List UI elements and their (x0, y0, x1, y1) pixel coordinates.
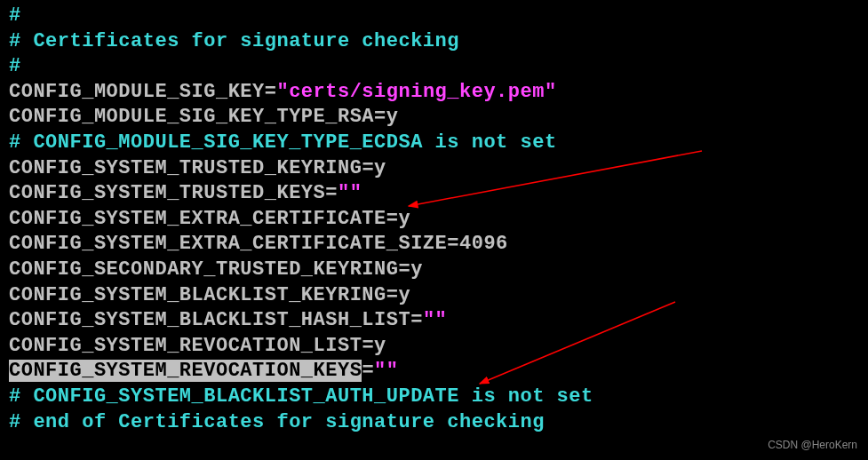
config-key: CONFIG_SYSTEM_TRUSTED_KEYRING (9, 157, 362, 179)
config-value: y (398, 208, 410, 230)
comment-text: # (9, 4, 21, 27)
equals-sign: = (386, 208, 399, 230)
config-line: CONFIG_SYSTEM_TRUSTED_KEYS="" (9, 181, 859, 207)
config-key: CONFIG_SYSTEM_EXTRA_CERTIFICATE (9, 208, 386, 230)
config-line: CONFIG_MODULE_SIG_KEY="certs/signing_key… (9, 80, 859, 106)
config-key: CONFIG_SYSTEM_EXTRA_CERTIFICATE_SIZE (9, 233, 447, 255)
equals-sign: = (398, 258, 410, 281)
equals-sign: = (410, 309, 423, 331)
config-value: y (386, 106, 399, 128)
config-value: y (374, 335, 386, 357)
quote: " (545, 81, 557, 103)
equals-sign: = (265, 81, 277, 103)
config-value: y (398, 284, 410, 306)
config-line: CONFIG_SYSTEM_REVOCATION_KEYS="" (9, 359, 859, 385)
comment-text: # (9, 55, 21, 77)
equals-sign: = (325, 182, 338, 204)
config-line: CONFIG_SYSTEM_EXTRA_CERTIFICATE_SIZE=409… (9, 232, 859, 258)
config-value: y (410, 258, 423, 281)
config-comment-line: # (9, 54, 859, 80)
quote: " (350, 182, 362, 204)
config-value: y (374, 157, 386, 179)
equals-sign: = (447, 233, 459, 255)
quote: " (374, 360, 386, 382)
config-comment-line: # CONFIG_MODULE_SIG_KEY_TYPE_ECDSA is no… (9, 131, 859, 156)
config-key: CONFIG_SYSTEM_TRUSTED_KEYS (9, 182, 325, 204)
equals-sign: = (362, 360, 374, 382)
quote: " (276, 81, 289, 103)
config-line: CONFIG_SYSTEM_BLACKLIST_KEYRING=y (9, 283, 859, 309)
quote: " (386, 360, 399, 382)
config-line: CONFIG_SYSTEM_BLACKLIST_HASH_LIST="" (9, 308, 859, 334)
config-key: CONFIG_SYSTEM_BLACKLIST_HASH_LIST (9, 309, 410, 331)
equals-sign: = (362, 157, 374, 179)
config-comment-line: # CONFIG_SYSTEM_BLACKLIST_AUTH_UPDATE is… (9, 385, 859, 410)
comment-text: # end of Certificates for signature chec… (9, 411, 545, 433)
config-key: CONFIG_SECONDARY_TRUSTED_KEYRING (9, 258, 398, 281)
equals-sign: = (374, 106, 386, 128)
watermark-text: CSDN @HeroKern (768, 439, 857, 453)
config-comment-line: # end of Certificates for signature chec… (9, 410, 859, 436)
comment-text: # CONFIG_SYSTEM_BLACKLIST_AUTH_UPDATE is… (9, 385, 593, 408)
comment-text: # CONFIG_MODULE_SIG_KEY_TYPE_ECDSA is no… (9, 131, 557, 154)
config-key-highlighted: CONFIG_SYSTEM_REVOCATION_KEYS (9, 360, 362, 382)
config-line: CONFIG_SYSTEM_EXTRA_CERTIFICATE=y (9, 207, 859, 233)
config-comment-line: # Certificates for signature checking (9, 29, 859, 55)
config-line: CONFIG_SYSTEM_TRUSTED_KEYRING=y (9, 156, 859, 182)
comment-text: # Certificates for signature checking (9, 30, 459, 52)
config-comment-line: # (9, 4, 859, 29)
quote: " (423, 309, 435, 331)
config-line: CONFIG_SYSTEM_REVOCATION_LIST=y (9, 334, 859, 360)
config-key: CONFIG_MODULE_SIG_KEY (9, 81, 265, 103)
equals-sign: = (362, 335, 374, 357)
config-key: CONFIG_MODULE_SIG_KEY_TYPE_RSA (9, 106, 374, 128)
config-value: certs/signing_key.pem (289, 81, 545, 103)
config-value: 4096 (459, 233, 508, 255)
config-key: CONFIG_SYSTEM_REVOCATION_LIST (9, 335, 362, 357)
quote: " (338, 182, 350, 204)
quote: " (435, 309, 448, 331)
config-key: CONFIG_SYSTEM_BLACKLIST_KEYRING (9, 284, 386, 306)
equals-sign: = (386, 284, 399, 306)
config-line: CONFIG_MODULE_SIG_KEY_TYPE_RSA=y (9, 105, 859, 131)
config-line: CONFIG_SECONDARY_TRUSTED_KEYRING=y (9, 258, 859, 283)
